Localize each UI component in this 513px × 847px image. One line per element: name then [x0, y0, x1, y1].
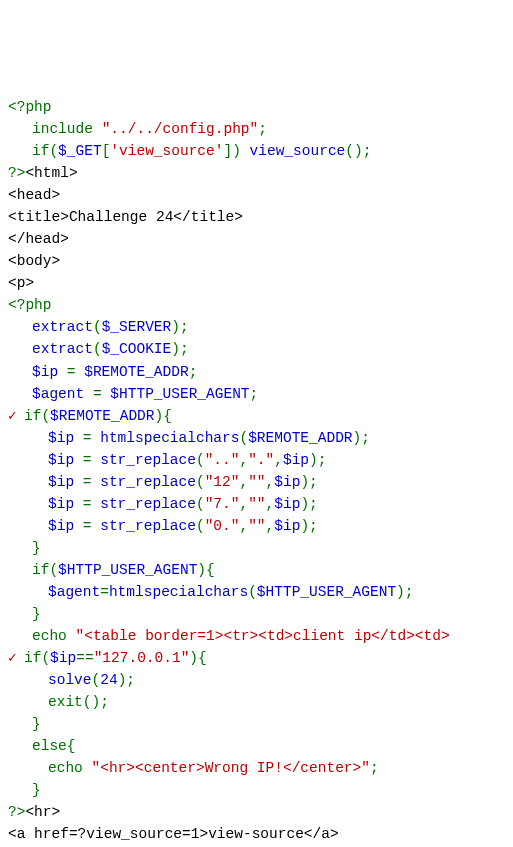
- code-line: ✓if($ip=="127.0.0.1"){: [8, 647, 513, 669]
- code-line: ?><html>: [8, 162, 513, 184]
- code-line: <body>: [8, 250, 513, 272]
- code-line: if($_GET['view_source']) view_source();: [8, 140, 513, 162]
- code-line: $ip = str_replace("0.","",$ip);: [8, 515, 513, 537]
- code-line: <head>: [8, 184, 513, 206]
- code-line: $ip = str_replace("12","",$ip);: [8, 471, 513, 493]
- code-line: ✓if($REMOTE_ADDR){: [8, 405, 513, 427]
- code-line: exit();: [8, 691, 513, 713]
- code-line: }: [8, 779, 513, 801]
- code-line: include "../../config.php";: [8, 118, 513, 140]
- code-line: <a href=?view_source=1>view-source</a>: [8, 823, 513, 845]
- code-line: $ip = $REMOTE_ADDR;: [8, 361, 513, 383]
- code-block: { "code": { "l1_open": "<?php", "l2_kw":…: [8, 30, 513, 847]
- code-line: $ip = str_replace("..",".",$ip);: [8, 449, 513, 471]
- code-line: $ip = str_replace("7.","",$ip);: [8, 493, 513, 515]
- code-line: <p>: [8, 272, 513, 294]
- code-line: $ip = htmlspecialchars($REMOTE_ADDR);: [8, 427, 513, 449]
- code-line: ?><hr>: [8, 801, 513, 823]
- code-line: $agent = $HTTP_USER_AGENT;: [8, 383, 513, 405]
- code-line: }: [8, 537, 513, 559]
- code-line: extract($_COOKIE);: [8, 338, 513, 360]
- code-line: }: [8, 713, 513, 735]
- code-line: <title>Challenge 24</title>: [8, 206, 513, 228]
- code-line: <?php: [8, 294, 513, 316]
- code-line: extract($_SERVER);: [8, 316, 513, 338]
- code-line: echo "<table border=1><tr><td>client ip<…: [8, 625, 513, 647]
- code-line: else{: [8, 735, 513, 757]
- code-line: solve(24);: [8, 669, 513, 691]
- code-line: echo "<hr><center>Wrong IP!</center>";: [8, 757, 513, 779]
- code-line: </head>: [8, 228, 513, 250]
- check-icon: ✓: [8, 405, 24, 427]
- php-open: <?php: [8, 99, 52, 115]
- code-line: $agent=htmlspecialchars($HTTP_USER_AGENT…: [8, 581, 513, 603]
- code-line: }: [8, 603, 513, 625]
- code-line: if($HTTP_USER_AGENT){: [8, 559, 513, 581]
- check-icon: ✓: [8, 647, 24, 669]
- code-line: <?php: [8, 96, 513, 118]
